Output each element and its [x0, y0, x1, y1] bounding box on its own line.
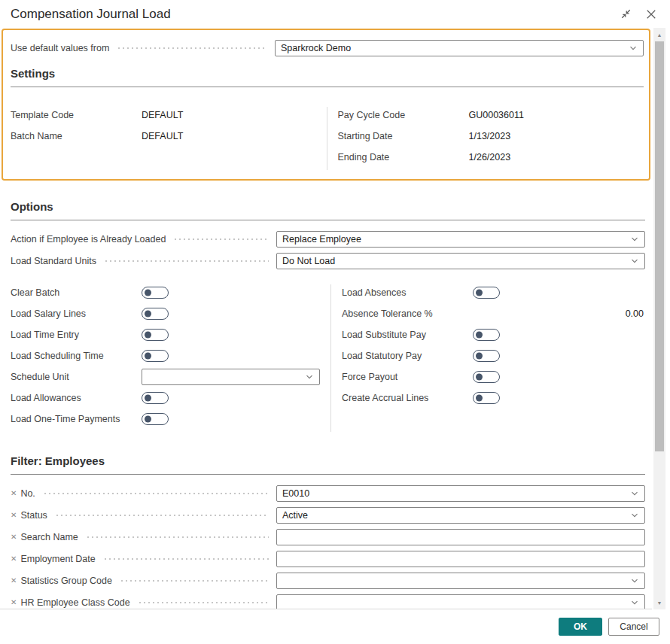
chevron-down-icon[interactable]: [630, 489, 639, 498]
field-label: Starting Date: [338, 131, 469, 141]
absence-tolerance-value[interactable]: 0.00: [626, 308, 644, 319]
chevron-down-icon[interactable]: [630, 235, 639, 244]
load-standard-units-row: Load Standard Units Do Not Load: [11, 253, 645, 269]
use-default-values-combobox[interactable]: Sparkrock Demo: [275, 40, 644, 56]
settings-right-column: Pay Cycle Code GU00036011 Starting Date …: [327, 107, 644, 170]
field-label: Batch Name: [11, 131, 142, 141]
field-ending-date: Ending Date 1/26/2023: [338, 149, 644, 166]
load-absences-toggle[interactable]: [473, 287, 500, 299]
window-controls: [619, 8, 658, 21]
load-time-entry-row: Load Time Entry: [11, 327, 320, 343]
field-label: Pay Cycle Code: [338, 110, 469, 120]
dotted-leader: [104, 260, 269, 262]
filter-statistics-group-combobox[interactable]: [276, 573, 645, 589]
load-allowances-row: Load Allowances: [11, 390, 320, 406]
field-label: Load Substitute Pay: [342, 330, 473, 340]
scrollbar-thumb[interactable]: [655, 41, 664, 451]
clear-filter-icon[interactable]: ✕: [11, 533, 17, 541]
collapse-icon[interactable]: [619, 8, 632, 21]
clear-batch-row: Clear Batch: [11, 284, 320, 301]
filter-row-employment-date: ✕ Employment Date: [11, 551, 645, 567]
filter-row-search-name: ✕ Search Name: [11, 529, 645, 545]
field-label: Employment Date: [20, 554, 95, 564]
options-toggles-grid: Clear Batch Load Salary Lines Load Time …: [11, 284, 645, 432]
field-label: Template Code: [11, 110, 142, 120]
load-scheduling-time-row: Load Scheduling Time: [11, 348, 320, 364]
schedule-unit-combobox[interactable]: [142, 369, 320, 385]
dotted-leader: [103, 558, 269, 560]
load-allowances-toggle[interactable]: [142, 392, 169, 404]
filter-search-name-input[interactable]: [276, 529, 645, 545]
toggle-knob: [145, 290, 151, 296]
field-label: Force Payout: [342, 372, 473, 382]
toggle-knob: [145, 332, 151, 339]
field-label: Load One-Time Payments: [11, 414, 142, 424]
toggle-knob: [476, 332, 483, 339]
close-icon[interactable]: [644, 8, 658, 21]
dotted-leader: [86, 536, 269, 538]
create-accrual-lines-toggle[interactable]: [473, 392, 500, 404]
field-pay-cycle-code: Pay Cycle Code GU00036011: [338, 107, 644, 123]
section-heading-settings: Settings: [11, 67, 644, 87]
toggle-knob: [476, 353, 483, 360]
clear-filter-icon[interactable]: ✕: [11, 555, 17, 563]
filter-hr-employee-class-combobox[interactable]: [276, 594, 645, 609]
field-label: No.: [20, 488, 35, 499]
clear-batch-toggle[interactable]: [142, 287, 169, 299]
dotted-leader: [173, 238, 269, 240]
filter-row-status: ✕ Status Active: [11, 507, 645, 524]
field-label: Ending Date: [338, 152, 469, 163]
filter-no-combobox[interactable]: E0010: [276, 485, 645, 502]
field-label: Absence Tolerance %: [342, 308, 473, 319]
action-if-loaded-combobox[interactable]: Replace Employee: [276, 231, 645, 248]
field-label: Use default values from: [11, 43, 109, 53]
load-time-entry-toggle[interactable]: [142, 329, 169, 341]
filter-employees-section: Filter: Employees ✕ No. E0010 ✕ Status: [11, 454, 645, 609]
dotted-leader: [55, 515, 269, 516]
filter-employment-date-input[interactable]: [276, 551, 645, 567]
load-standard-units-combobox[interactable]: Do Not Load: [276, 253, 645, 269]
field-label: Load Standard Units: [11, 256, 96, 266]
chevron-down-icon[interactable]: [630, 257, 639, 266]
schedule-unit-row: Schedule Unit: [11, 369, 320, 385]
clear-filter-icon[interactable]: ✕: [11, 490, 17, 497]
options-left-column: Clear Batch Load Salary Lines Load Time …: [11, 284, 331, 432]
field-value: 1/26/2023: [469, 152, 511, 163]
clear-filter-icon[interactable]: ✕: [11, 599, 17, 606]
field-label: Load Salary Lines: [11, 308, 142, 319]
use-default-values-row: Use default values from Sparkrock Demo: [11, 40, 644, 56]
field-label: Create Accrual Lines: [342, 393, 473, 403]
force-payout-toggle[interactable]: [473, 371, 500, 383]
dotted-leader: [117, 47, 267, 49]
load-scheduling-time-toggle[interactable]: [142, 350, 169, 362]
load-substitute-pay-toggle[interactable]: [473, 329, 500, 341]
dotted-leader: [43, 493, 269, 494]
filter-row-no: ✕ No. E0010: [11, 485, 645, 502]
toggle-knob: [145, 395, 151, 402]
combobox-value: Active: [282, 510, 626, 521]
filter-status-combobox[interactable]: Active: [276, 507, 645, 524]
vertical-scrollbar[interactable]: ▲ ▼: [653, 28, 665, 609]
clear-filter-icon[interactable]: ✕: [11, 512, 17, 519]
toggle-knob: [145, 311, 151, 317]
scroll-down-icon[interactable]: ▼: [653, 597, 665, 609]
field-value: DEFAULT: [142, 110, 183, 120]
chevron-down-icon[interactable]: [630, 576, 639, 585]
field-label: Load Time Entry: [11, 330, 142, 340]
toggle-knob: [145, 353, 151, 360]
absence-tolerance-row: Absence Tolerance % 0.00: [342, 305, 645, 322]
chevron-down-icon[interactable]: [629, 44, 638, 53]
dialog-titlebar: Compensation Journal Load: [0, 0, 670, 28]
chevron-down-icon[interactable]: [305, 372, 314, 381]
chevron-down-icon[interactable]: [630, 511, 639, 520]
dotted-leader: [138, 602, 269, 603]
chevron-down-icon[interactable]: [630, 598, 639, 607]
scroll-up-icon[interactable]: ▲: [653, 29, 665, 41]
load-one-time-payments-toggle[interactable]: [142, 413, 169, 425]
action-if-loaded-row: Action if Employee is Already Loaded Rep…: [11, 231, 645, 248]
cancel-button[interactable]: Cancel: [608, 618, 659, 636]
clear-filter-icon[interactable]: ✕: [11, 577, 17, 585]
ok-button[interactable]: OK: [559, 618, 602, 636]
load-salary-lines-toggle[interactable]: [142, 308, 169, 320]
load-statutory-pay-toggle[interactable]: [473, 350, 500, 362]
